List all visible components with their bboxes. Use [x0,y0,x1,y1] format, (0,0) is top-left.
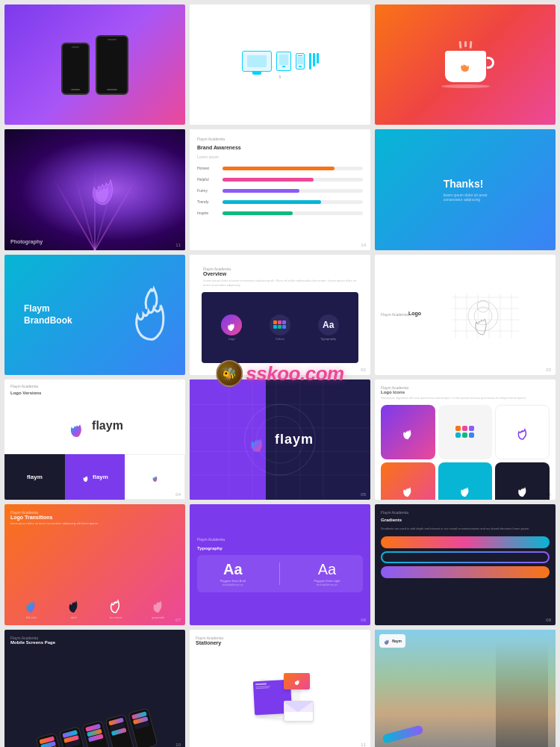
bar-label-5: Inspire [197,211,220,215]
flame-variant-2 [66,593,82,614]
slide-3-2-label: 02 [361,368,366,372]
slide-5-2-subtitle: Flaym Academia [197,537,225,542]
flame-svg [85,164,122,208]
logo-icon-1 [225,318,237,332]
slides-grid: 5 [0,0,560,747]
slide-3-3-label: 02 [546,368,551,372]
slide-2-2-title: Brand Awareness [197,145,363,150]
mug-flame-icon [457,58,473,75]
flame-label-4: grayscale [152,616,164,619]
typography-title: Typography [197,546,223,551]
font-aa-light: Aa [318,561,336,578]
slide-4-1-label: 04 [175,492,181,497]
bar-label-3: Funny [197,188,220,193]
slide-4-3-label: 05 [546,492,551,497]
slide-6-3-logo-badge: flaym [379,634,405,648]
flaym-dark: flaym [27,474,43,480]
logo-icon-variant-1 [381,405,435,459]
slide-2-3: Thanks! lorem ipsum dolor sit amet conse… [375,129,556,249]
slide-6-1-label: 10 [175,743,181,747]
slide-5-3-label: 09 [546,618,551,622]
slide-2-2-subtitle: Flaym Academia [197,137,363,141]
font-name-light: Paggine Extra Light [314,579,340,583]
gradients-title: Gradients [381,518,550,522]
gradient-bar-1 [381,536,550,548]
slide-5-1: Flaym Academia Logo Transitions lorem ip… [4,504,185,624]
bar-row-5: Inspire [197,211,363,215]
slide-6-2: Flaym Academia Stationery [190,630,370,747]
gradients-desc: Gradients are used to add depth and inte… [381,527,550,530]
font-aa-bold: Aa [223,561,243,578]
overview-text: Lorem ipsum dolor sit amet consectetur a… [203,279,357,288]
slide-2-2-label: 14 [361,243,366,247]
slide-1-1 [4,4,185,125]
slide-1-3 [375,4,556,125]
slide-5-2-label: 08 [361,618,366,622]
flame-label-2: dark [71,616,77,619]
stationery-flame [293,677,301,686]
logo-icon-variant-6 [495,462,550,500]
svg-point-12 [477,300,489,312]
logo-transitions-title: Logo Transitions [10,515,179,520]
logo-icon-variant-3 [495,405,550,459]
slide-6-2-label: 11 [361,743,366,747]
thanks-sub2: consectetur adipiscing [444,197,480,202]
slide-3-3: Flaym Academia Logo [375,255,556,375]
flaym-logo-white-bg [151,472,160,483]
bar-row-3: Funny [197,188,363,193]
photography-label: Photography [10,239,43,244]
flame-label-1: full color [26,616,37,619]
flaym-purple: flaym [93,474,108,480]
logo-transitions-desc: lorem ipsum dolor sit amet consectetur a… [10,521,179,525]
slide-3-3-subtitle: Flaym Academia [381,312,408,317]
slide-4-1-title: Logo Versions [4,391,185,397]
bar-row-2: Helpful [197,177,363,182]
slide-6-1: Flaym Academia Mobile Screens Page [4,630,185,747]
slide-4-1: Flaym Academia Logo Versions flaym [4,379,185,500]
flaym-logo-construction [246,427,269,453]
thanks-text-1: Thanks! [444,178,484,190]
slide-2-2-sub: Lorem ipsum [197,155,363,159]
logo-icons-title: Logo Icons [381,390,550,394]
logo-icon-variant-2 [438,405,493,459]
bar-row-1: Honest [197,166,363,170]
logo-icon-variant-5 [438,462,493,500]
gradient-bar-3 [381,566,550,578]
flame-variant-1 [23,593,40,614]
flame-label-3: knockout [110,616,122,619]
slide-3-1: FlaymBrandBook [4,255,185,375]
slide-2-1: Photography 11 [4,129,185,249]
icon-label-2: Colors [276,337,284,341]
bar-label-1: Honest [197,166,220,170]
slide-5-1-label: 07 [175,618,181,622]
slide-4-2: flaym 05 [190,379,370,500]
icon-label-3: Typography [320,337,336,341]
font-desc-bold: abcdefghijklmnop qrs [223,583,243,586]
stationery-title: Stationery [196,640,364,645]
svg-point-10 [468,301,498,331]
slide-6-3: flaym [375,630,556,747]
icon-label-1: Logo [228,337,235,341]
slide-3-2: Flaym Academia Overview Lorem ipsum dolo… [190,255,370,375]
font-name-bold: Paggine Extra Bold [220,579,246,583]
bar-label-4: Trendy [197,199,220,204]
slide-5-3-subtitle: Flaym Academia [381,510,550,515]
flaym-dark-text: flaym [275,432,314,447]
slide-5-3: Flaym Academia Gradients Gradients are u… [375,504,556,624]
overview-title: Overview [203,271,357,276]
flaym-logo-purple [81,472,90,483]
bar-label-2: Helpful [197,177,220,182]
slide-2-2: Flaym Academia Brand Awareness Lorem ips… [190,129,370,249]
flame-variant-4 [150,593,167,614]
slide-5-2: Flaym Academia Typography Aa Paggine Ext… [190,504,370,624]
brandbook-flame-outline [125,282,178,345]
mobile-title: Mobile Screens Page [10,640,179,645]
flaym-logo-icon [66,413,87,438]
flaym-wordmark-main: flaym [92,419,123,433]
brandbook-title: FlaymBrandBook [24,303,72,328]
slide-4-3: Flaym Academia Logo Icons Secundum digni… [375,379,556,500]
logo-icon-variant-4 [381,462,435,500]
slide-3-3-title: Logo [408,311,421,316]
logo-icons-desc: Secundum dignissim elit cras quis lectus… [381,396,550,400]
flame-variant-3 [108,593,124,614]
